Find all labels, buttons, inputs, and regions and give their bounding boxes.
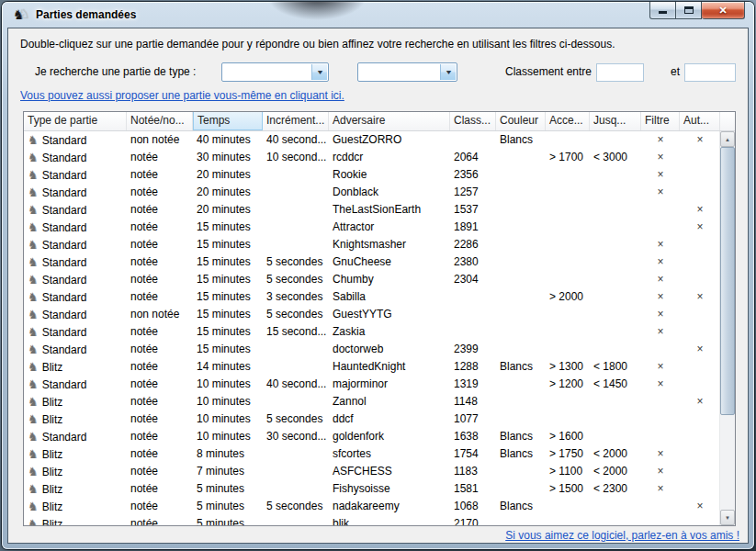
rating-min-input[interactable]: [596, 63, 644, 82]
chevron-down-icon: ▼: [311, 64, 327, 80]
cell-rated: non notée: [127, 306, 193, 323]
column-header-rating[interactable]: Class...: [450, 112, 496, 130]
game-subtype-select[interactable]: ▼: [357, 62, 457, 82]
close-button[interactable]: ✕: [702, 2, 745, 19]
cell-accept_min: > 2000: [546, 288, 590, 306]
game-row[interactable]: ♞Blitznotée7 minutesASFCHESS1183> 1100< …: [24, 463, 719, 480]
game-row[interactable]: ♞Standardnotée20 minutesTheLastSionEarth…: [24, 201, 719, 219]
game-row[interactable]: ♞Blitznotée10 minutes5 secondesddcf1077: [24, 410, 719, 428]
game-row[interactable]: ♞Standardnotée15 minutes3 secondesSabill…: [24, 288, 719, 306]
game-row[interactable]: ♞Standardnotée15 minutes5 secondesGnuChe…: [24, 253, 719, 271]
cell-color: Blancs: [496, 131, 546, 149]
cell-auto: [680, 410, 719, 428]
column-header-increment[interactable]: Incrément...: [263, 112, 329, 130]
cell-opponent: HauntedKnight: [329, 358, 450, 376]
cell-rated: notée: [127, 271, 193, 288]
filter-row: Je recherche une partie de type : ▼ ▼ Cl…: [8, 62, 748, 83]
game-row[interactable]: ♞Blitznotée5 minutesFishysoisse1581> 150…: [24, 480, 719, 498]
cell-color: [496, 410, 546, 428]
column-header-color[interactable]: Couleur: [496, 112, 546, 130]
cell-opponent: Chumby: [329, 271, 450, 288]
cell-color: [496, 480, 546, 498]
game-row[interactable]: ♞Standardnotée10 minutes30 second...gold…: [24, 428, 719, 445]
game-row[interactable]: ♞Standardnotée15 minutesKnightsmasher228…: [24, 236, 719, 253]
game-type-text: Blitz: [42, 518, 63, 525]
cell-auto: [680, 323, 719, 341]
cell-color: [496, 288, 546, 306]
titlebar[interactable]: ♘ ♞ Parties demandées ✕: [2, 2, 754, 28]
cell-rated: notée: [127, 201, 193, 219]
game-row[interactable]: ♞Standardnotée15 minutes15 second...Zask…: [24, 323, 719, 341]
maximize-button[interactable]: [676, 2, 702, 19]
cell-color: [496, 341, 546, 358]
cell-rated: notée: [127, 376, 193, 393]
cell-opponent: Knightsmasher: [329, 236, 450, 253]
column-header-rated[interactable]: Notée/no...: [127, 112, 193, 130]
cell-rating: 1257: [450, 184, 496, 201]
game-type-text: Standard: [42, 309, 87, 321]
game-row[interactable]: ♞Standardnotée10 minutes40 second...majo…: [24, 376, 719, 393]
cell-rated: notée: [127, 410, 193, 428]
cell-rating: 1068: [450, 498, 496, 515]
cell-type: ♞Standard: [24, 201, 127, 219]
game-row[interactable]: ♞Blitznotée14 minutesHauntedKnight1288Bl…: [24, 358, 719, 376]
scrollbar-track[interactable]: [720, 147, 735, 510]
game-row[interactable]: ♞Standardnotée15 minutes5 secondesChumby…: [24, 271, 719, 288]
column-header-auto[interactable]: Aut...: [680, 112, 720, 130]
game-type-text: Standard: [42, 204, 87, 217]
game-type-select[interactable]: ▼: [221, 62, 329, 82]
cell-opponent: doctorweb: [329, 341, 450, 358]
propose-game-link[interactable]: Vous pouvez aussi proposer une partie vo…: [20, 89, 344, 102]
share-with-friends-link[interactable]: Si vous aimez ce logiciel, parlez-en à v…: [505, 529, 739, 542]
column-header-filter[interactable]: Filtre: [641, 112, 680, 130]
game-row[interactable]: ♞Blitznotée10 minutesZannol1148×: [24, 393, 719, 410]
game-row[interactable]: ♞Blitznotée5 minutes5 secondesnadakareem…: [24, 498, 719, 515]
column-header-filler: [720, 112, 735, 130]
cell-time: 5 minutes: [193, 515, 263, 525]
game-type-text: Blitz: [42, 500, 63, 513]
cell-type: ♞Standard: [24, 219, 127, 236]
game-type-text: Standard: [42, 134, 87, 147]
game-row[interactable]: ♞Standardnotée15 minutesAttractor1891×: [24, 219, 719, 236]
scrollbar-thumb[interactable]: [720, 147, 735, 415]
game-row[interactable]: ♞Standardnotée20 minutesDonblack1257×: [24, 184, 719, 201]
game-row[interactable]: ♞Standardnotée15 minutesdoctorweb2399×: [24, 341, 719, 358]
column-header-accept_min[interactable]: Acce...: [546, 112, 590, 130]
game-row[interactable]: ♞Standardnon notée40 minutes40 second...…: [24, 131, 719, 149]
game-type-text: Standard: [42, 274, 87, 287]
cell-opponent: nadakareemy: [329, 498, 450, 515]
cell-increment: 5 secondes: [263, 306, 329, 323]
game-row[interactable]: ♞Standardnotée20 minutesRookie2356×: [24, 166, 719, 184]
cell-rated: notée: [127, 515, 193, 525]
cell-auto: ×: [680, 131, 719, 149]
cell-type: ♞Standard: [24, 149, 127, 166]
cell-filter: ×: [641, 358, 680, 376]
game-row[interactable]: ♞Blitznotée5 minutesblik2170: [24, 515, 719, 525]
game-row[interactable]: ♞Standardnon notée15 minutes5 secondesGu…: [24, 306, 719, 323]
cell-increment: 40 second...: [263, 376, 329, 393]
cell-color: [496, 306, 546, 323]
column-header-accept_max[interactable]: Jusq...: [590, 112, 641, 130]
scroll-down-arrow[interactable]: ▼: [720, 510, 735, 525]
minimize-button[interactable]: [649, 2, 676, 19]
scroll-up-arrow[interactable]: ▲: [720, 131, 735, 147]
cell-rating: [450, 131, 496, 149]
column-header-type[interactable]: Type de partie: [24, 112, 127, 130]
cell-color: [496, 515, 546, 525]
cell-accept_max: [590, 131, 641, 149]
rating-max-input[interactable]: [684, 63, 736, 82]
column-header-opponent[interactable]: Adversaire: [329, 112, 450, 130]
cell-accept_max: [590, 201, 641, 219]
game-row[interactable]: ♞Blitznotée8 minutessfcortes1754Blancs> …: [24, 445, 719, 463]
cell-auto: [680, 358, 719, 376]
cell-filter: ×: [641, 376, 680, 393]
column-header-time[interactable]: Temps: [193, 112, 263, 130]
cell-accept_max: < 1450: [590, 376, 641, 393]
cell-color: [496, 463, 546, 480]
game-type-text: Blitz: [42, 361, 63, 374]
chess-knight-icon: ♞: [28, 395, 39, 409]
game-row[interactable]: ♞Standardnotée30 minutes10 second...rcdd…: [24, 149, 719, 166]
vertical-scrollbar[interactable]: ▲ ▼: [719, 131, 735, 525]
cell-accept_min: [546, 410, 590, 428]
cell-accept_max: [590, 166, 641, 184]
